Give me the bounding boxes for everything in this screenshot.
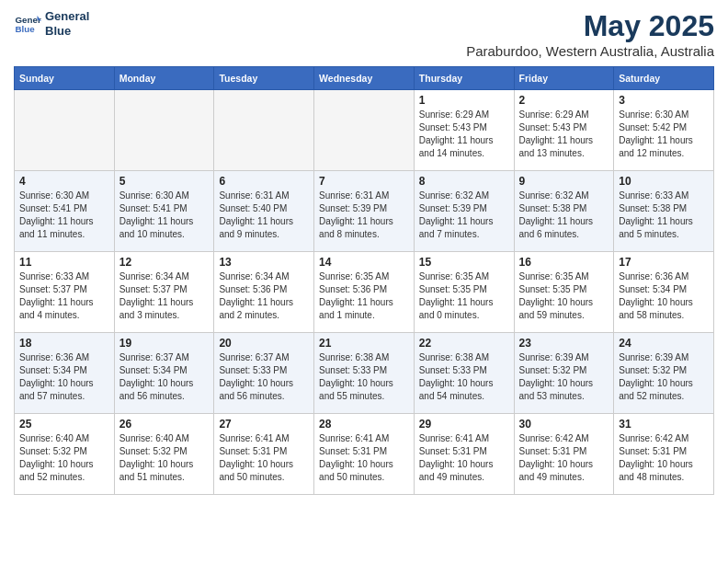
day-number: 22 — [419, 337, 509, 350]
calendar-cell: 30Sunrise: 6:42 AM Sunset: 5:31 PM Dayli… — [514, 414, 614, 495]
day-number: 15 — [419, 256, 509, 269]
calendar-cell: 7Sunrise: 6:31 AM Sunset: 5:39 PM Daylig… — [314, 171, 415, 252]
calendar-cell: 5Sunrise: 6:30 AM Sunset: 5:41 PM Daylig… — [114, 171, 214, 252]
calendar-cell: 15Sunrise: 6:35 AM Sunset: 5:35 PM Dayli… — [414, 252, 514, 333]
day-info: Sunrise: 6:41 AM Sunset: 5:31 PM Dayligh… — [419, 432, 509, 484]
day-number: 17 — [619, 256, 709, 269]
page-header: General Blue General Blue May 2025 Parab… — [14, 9, 714, 59]
day-info: Sunrise: 6:36 AM Sunset: 5:34 PM Dayligh… — [19, 351, 109, 403]
header-cell-monday: Monday — [114, 67, 214, 90]
calendar-week-5: 25Sunrise: 6:40 AM Sunset: 5:32 PM Dayli… — [15, 414, 714, 495]
header-row: SundayMondayTuesdayWednesdayThursdayFrid… — [15, 67, 714, 90]
calendar-cell: 28Sunrise: 6:41 AM Sunset: 5:31 PM Dayli… — [314, 414, 415, 495]
day-info: Sunrise: 6:42 AM Sunset: 5:31 PM Dayligh… — [619, 432, 709, 484]
day-info: Sunrise: 6:41 AM Sunset: 5:31 PM Dayligh… — [219, 432, 309, 484]
day-number: 12 — [119, 256, 210, 269]
day-info: Sunrise: 6:31 AM Sunset: 5:39 PM Dayligh… — [319, 190, 409, 241]
subtitle: Paraburdoo, Western Australia, Australia — [466, 43, 714, 59]
logo: General Blue General Blue — [14, 9, 89, 38]
calendar-cell: 14Sunrise: 6:35 AM Sunset: 5:36 PM Dayli… — [314, 252, 415, 333]
calendar-cell — [114, 90, 214, 171]
day-info: Sunrise: 6:30 AM Sunset: 5:42 PM Dayligh… — [619, 109, 709, 160]
day-info: Sunrise: 6:34 AM Sunset: 5:37 PM Dayligh… — [119, 270, 210, 322]
calendar-cell: 17Sunrise: 6:36 AM Sunset: 5:34 PM Dayli… — [614, 252, 714, 333]
day-number: 5 — [119, 175, 210, 188]
day-info: Sunrise: 6:39 AM Sunset: 5:32 PM Dayligh… — [619, 351, 709, 403]
day-number: 25 — [19, 418, 109, 431]
day-number: 14 — [319, 256, 409, 269]
day-info: Sunrise: 6:29 AM Sunset: 5:43 PM Dayligh… — [519, 109, 609, 160]
day-number: 11 — [19, 256, 109, 269]
calendar-cell: 29Sunrise: 6:41 AM Sunset: 5:31 PM Dayli… — [414, 414, 514, 495]
day-info: Sunrise: 6:42 AM Sunset: 5:31 PM Dayligh… — [519, 432, 609, 484]
main-title: May 2025 — [466, 9, 714, 43]
calendar-cell — [214, 90, 314, 171]
day-info: Sunrise: 6:41 AM Sunset: 5:31 PM Dayligh… — [319, 432, 409, 484]
day-number: 10 — [619, 175, 709, 188]
calendar-cell: 13Sunrise: 6:34 AM Sunset: 5:36 PM Dayli… — [214, 252, 314, 333]
calendar-cell: 11Sunrise: 6:33 AM Sunset: 5:37 PM Dayli… — [15, 252, 115, 333]
day-number: 27 — [219, 418, 309, 431]
day-info: Sunrise: 6:35 AM Sunset: 5:35 PM Dayligh… — [419, 270, 509, 322]
day-info: Sunrise: 6:33 AM Sunset: 5:37 PM Dayligh… — [19, 270, 109, 322]
calendar-cell: 1Sunrise: 6:29 AM Sunset: 5:43 PM Daylig… — [414, 90, 514, 171]
day-number: 30 — [519, 418, 609, 431]
day-number: 26 — [119, 418, 210, 431]
calendar-cell: 27Sunrise: 6:41 AM Sunset: 5:31 PM Dayli… — [214, 414, 314, 495]
calendar-cell: 24Sunrise: 6:39 AM Sunset: 5:32 PM Dayli… — [614, 333, 714, 414]
day-number: 4 — [19, 175, 109, 188]
title-block: May 2025 Paraburdoo, Western Australia, … — [466, 9, 714, 59]
day-number: 7 — [319, 175, 409, 188]
day-info: Sunrise: 6:38 AM Sunset: 5:33 PM Dayligh… — [319, 351, 409, 403]
day-info: Sunrise: 6:38 AM Sunset: 5:33 PM Dayligh… — [419, 351, 509, 403]
day-number: 1 — [419, 94, 509, 107]
calendar-week-2: 4Sunrise: 6:30 AM Sunset: 5:41 PM Daylig… — [15, 171, 714, 252]
logo-text-blue: Blue — [45, 24, 89, 39]
svg-text:Blue: Blue — [16, 24, 36, 34]
calendar-cell: 8Sunrise: 6:32 AM Sunset: 5:39 PM Daylig… — [414, 171, 514, 252]
day-number: 31 — [619, 418, 709, 431]
day-info: Sunrise: 6:31 AM Sunset: 5:40 PM Dayligh… — [219, 190, 309, 241]
day-info: Sunrise: 6:36 AM Sunset: 5:34 PM Dayligh… — [619, 270, 709, 322]
day-info: Sunrise: 6:34 AM Sunset: 5:36 PM Dayligh… — [219, 270, 309, 322]
logo-text-general: General — [45, 9, 89, 24]
day-number: 9 — [519, 175, 609, 188]
day-number: 6 — [219, 175, 309, 188]
calendar-week-1: 1Sunrise: 6:29 AM Sunset: 5:43 PM Daylig… — [15, 90, 714, 171]
day-info: Sunrise: 6:30 AM Sunset: 5:41 PM Dayligh… — [119, 190, 210, 241]
calendar-body: 1Sunrise: 6:29 AM Sunset: 5:43 PM Daylig… — [15, 90, 714, 495]
day-info: Sunrise: 6:33 AM Sunset: 5:38 PM Dayligh… — [619, 190, 709, 241]
calendar-table: SundayMondayTuesdayWednesdayThursdayFrid… — [14, 66, 714, 495]
calendar-cell: 6Sunrise: 6:31 AM Sunset: 5:40 PM Daylig… — [214, 171, 314, 252]
calendar-cell — [314, 90, 415, 171]
calendar-cell: 4Sunrise: 6:30 AM Sunset: 5:41 PM Daylig… — [15, 171, 115, 252]
day-info: Sunrise: 6:35 AM Sunset: 5:36 PM Dayligh… — [319, 270, 409, 322]
calendar-cell: 3Sunrise: 6:30 AM Sunset: 5:42 PM Daylig… — [614, 90, 714, 171]
day-number: 19 — [119, 337, 210, 350]
day-number: 23 — [519, 337, 609, 350]
calendar-cell: 9Sunrise: 6:32 AM Sunset: 5:38 PM Daylig… — [514, 171, 614, 252]
day-number: 20 — [219, 337, 309, 350]
calendar-cell: 20Sunrise: 6:37 AM Sunset: 5:33 PM Dayli… — [214, 333, 314, 414]
calendar-cell: 10Sunrise: 6:33 AM Sunset: 5:38 PM Dayli… — [614, 171, 714, 252]
calendar-cell: 19Sunrise: 6:37 AM Sunset: 5:34 PM Dayli… — [114, 333, 214, 414]
calendar-cell: 18Sunrise: 6:36 AM Sunset: 5:34 PM Dayli… — [15, 333, 115, 414]
calendar-cell: 31Sunrise: 6:42 AM Sunset: 5:31 PM Dayli… — [614, 414, 714, 495]
header-cell-tuesday: Tuesday — [214, 67, 314, 90]
header-cell-wednesday: Wednesday — [314, 67, 415, 90]
calendar-cell: 16Sunrise: 6:35 AM Sunset: 5:35 PM Dayli… — [514, 252, 614, 333]
day-info: Sunrise: 6:32 AM Sunset: 5:38 PM Dayligh… — [519, 190, 609, 241]
day-number: 3 — [619, 94, 709, 107]
day-info: Sunrise: 6:30 AM Sunset: 5:41 PM Dayligh… — [19, 190, 109, 241]
calendar-cell: 22Sunrise: 6:38 AM Sunset: 5:33 PM Dayli… — [414, 333, 514, 414]
calendar-cell: 26Sunrise: 6:40 AM Sunset: 5:32 PM Dayli… — [114, 414, 214, 495]
header-cell-friday: Friday — [514, 67, 614, 90]
day-info: Sunrise: 6:40 AM Sunset: 5:32 PM Dayligh… — [119, 432, 210, 484]
day-info: Sunrise: 6:37 AM Sunset: 5:33 PM Dayligh… — [219, 351, 309, 403]
day-number: 2 — [519, 94, 609, 107]
day-number: 21 — [319, 337, 409, 350]
header-cell-sunday: Sunday — [15, 67, 115, 90]
header-cell-saturday: Saturday — [614, 67, 714, 90]
header-cell-thursday: Thursday — [414, 67, 514, 90]
day-number: 28 — [319, 418, 409, 431]
